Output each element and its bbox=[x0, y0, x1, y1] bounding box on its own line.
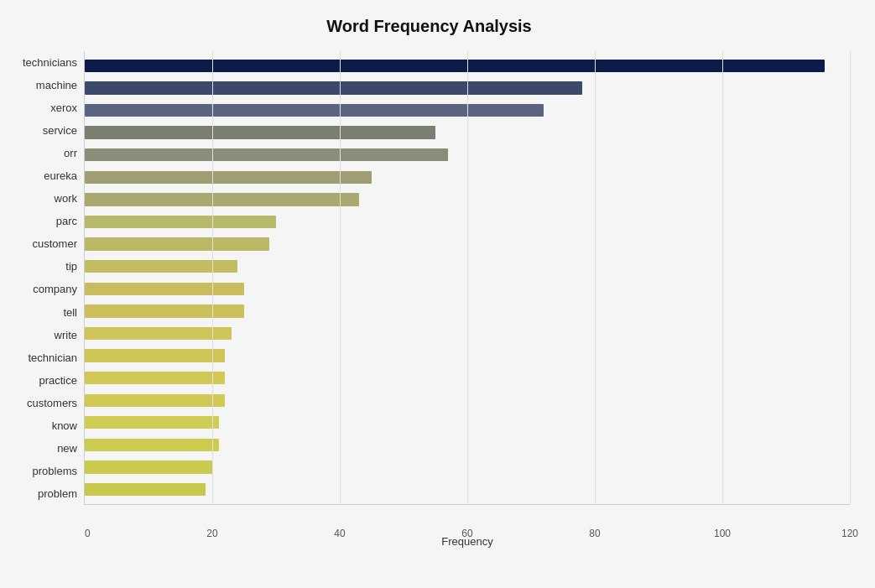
bar bbox=[85, 483, 206, 496]
y-label: tip bbox=[65, 261, 77, 272]
x-axis-label: Frequency bbox=[441, 535, 492, 548]
y-label: write bbox=[55, 330, 77, 341]
y-label: xerox bbox=[50, 102, 77, 113]
y-label: practice bbox=[39, 375, 77, 386]
y-axis: techniciansmachinexeroxserviceorreurekaw… bbox=[8, 51, 84, 505]
bar bbox=[85, 283, 244, 295]
y-label: problems bbox=[33, 466, 77, 476]
bar bbox=[85, 327, 232, 340]
bar bbox=[85, 104, 544, 117]
bar bbox=[85, 171, 372, 184]
bar bbox=[85, 193, 359, 206]
chart-title: Word Frequency Analysis bbox=[8, 17, 850, 36]
y-label: machine bbox=[36, 80, 77, 91]
y-label: customers bbox=[27, 398, 77, 408]
x-tick: 0 bbox=[85, 528, 91, 539]
y-label: problem bbox=[38, 488, 77, 499]
grid-line bbox=[212, 51, 213, 504]
grid-line bbox=[595, 51, 596, 504]
bar bbox=[85, 394, 225, 407]
x-tick: 80 bbox=[589, 528, 600, 539]
x-tick: 40 bbox=[334, 528, 345, 539]
y-label: technician bbox=[28, 352, 77, 363]
bar bbox=[85, 349, 225, 362]
y-label: service bbox=[43, 125, 77, 136]
bar bbox=[85, 372, 225, 384]
y-label: customer bbox=[33, 238, 77, 249]
bar bbox=[85, 148, 448, 161]
x-tick: 120 bbox=[841, 528, 858, 539]
y-label: technicians bbox=[23, 57, 77, 68]
bar bbox=[85, 416, 219, 429]
grid-line bbox=[722, 51, 723, 504]
y-label: parc bbox=[56, 216, 77, 226]
grid-line bbox=[340, 51, 341, 504]
grid-line bbox=[467, 51, 468, 504]
bar bbox=[85, 260, 237, 273]
x-tick: 20 bbox=[206, 528, 217, 539]
bar bbox=[85, 60, 825, 72]
y-label: company bbox=[33, 284, 77, 294]
y-label: tell bbox=[63, 307, 77, 318]
chart-area: techniciansmachinexeroxserviceorreurekaw… bbox=[8, 51, 850, 505]
y-label: eureka bbox=[44, 170, 77, 181]
grid-line bbox=[850, 51, 851, 504]
bar bbox=[85, 461, 212, 473]
y-label: work bbox=[55, 193, 77, 204]
bar bbox=[85, 126, 435, 138]
y-label: orr bbox=[64, 148, 77, 159]
y-label: new bbox=[57, 443, 77, 454]
bar bbox=[85, 304, 244, 317]
plot-area: 020406080100120 Frequency bbox=[84, 51, 850, 505]
chart-container: Word Frequency Analysis techniciansmachi… bbox=[0, 0, 875, 588]
bar bbox=[85, 81, 582, 94]
y-label: know bbox=[52, 420, 77, 431]
bar bbox=[85, 237, 269, 250]
bar bbox=[85, 216, 276, 228]
x-tick: 100 bbox=[714, 528, 731, 539]
bar bbox=[85, 439, 219, 451]
